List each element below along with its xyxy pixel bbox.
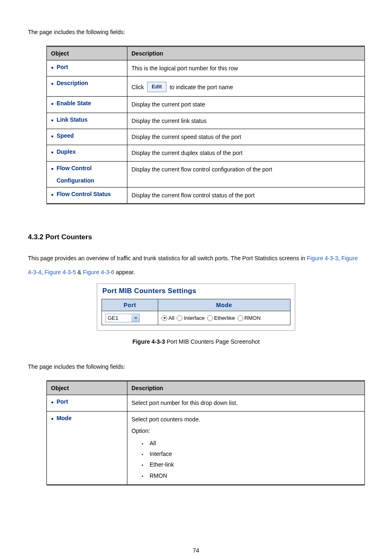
mib-head-mode: Mode: [158, 299, 291, 311]
bullet-icon: ●: [51, 65, 54, 70]
bullet-icon: ●: [51, 118, 54, 123]
radio-icon: [161, 315, 167, 321]
fields-table-1: Object Description ● Port This is the lo…: [46, 46, 365, 204]
obj-port-2: ● Port: [51, 398, 123, 405]
col-description-header: Description: [127, 46, 365, 60]
link-figure-4-3-6[interactable]: Figure 4-3-6: [83, 269, 114, 275]
obj-enable-state-label: Enable State: [57, 100, 91, 106]
radio-all[interactable]: All: [161, 315, 174, 321]
mode-line2: Option:: [131, 426, 360, 435]
desc-link-status: Display the current link status: [127, 113, 365, 129]
obj-port-2-label: Port: [57, 398, 68, 405]
desc-flow-control-config: Display the current flow control configu…: [127, 161, 365, 187]
mode-option-rmon: RMON: [147, 470, 360, 481]
figure-caption-label: Figure 4-3-3: [132, 338, 165, 345]
col-object-header-2: Object: [47, 381, 127, 395]
flowcfg-l2: Configuration: [57, 177, 95, 184]
mode-option-ether-link-label: Ether-link: [150, 461, 174, 468]
desc-description: Click Edit to indicate the port name: [127, 76, 365, 97]
sep1: ,: [338, 255, 341, 261]
obj-duplex: ● Duplex: [51, 148, 123, 155]
obj-speed: ● Speed: [51, 132, 123, 139]
bullet-icon: ●: [51, 400, 54, 405]
para-text-a: This page provides an overview of traffi…: [28, 255, 307, 261]
obj-enable-state: ● Enable State: [51, 100, 123, 106]
flowcfg-l1: Flow Control: [57, 165, 95, 171]
page-number: 74: [28, 547, 364, 554]
mode-line1: Select port counters mode.: [131, 415, 360, 424]
click-text: Click: [131, 83, 144, 92]
obj-flow-control-status: ● Flow Control Status: [51, 191, 123, 197]
bullet-icon: ●: [51, 150, 54, 155]
fields-table-2: Object Description ● Port Select port nu…: [46, 380, 365, 486]
radio-icon: [238, 315, 243, 321]
obj-mode: ● Mode: [51, 415, 123, 421]
port-select-value: GE1: [106, 314, 131, 322]
mode-option-all-label: All: [150, 440, 156, 446]
col-description-header-2: Description: [127, 381, 365, 395]
radio-etherlike-label: Etherlike: [214, 315, 235, 321]
mib-head-port: Port: [102, 299, 158, 311]
radio-etherlike[interactable]: Etherlike: [207, 315, 235, 321]
radio-all-label: All: [168, 315, 174, 321]
mode-option-interface: Interface: [147, 449, 360, 459]
desc-speed: Display the current speed status of the …: [127, 129, 365, 145]
desc-port: This is the logical port number for this…: [127, 60, 365, 76]
obj-link-status-label: Link Status: [57, 116, 88, 123]
intro-text-2: The page includes the following fields:: [28, 363, 364, 370]
col-object-header: Object: [47, 46, 127, 60]
mib-title: Port MIB Counters Settings: [97, 284, 295, 299]
chevron-down-icon: [131, 314, 139, 322]
mode-radio-group: All Interface Etherlike: [161, 315, 287, 321]
obj-mode-label: Mode: [57, 415, 72, 421]
amp: &: [76, 269, 83, 275]
appear-text: appear.: [114, 269, 135, 275]
link-figure-4-3-5[interactable]: Figure 4-3-5: [44, 269, 76, 275]
bullet-icon: ●: [51, 101, 54, 106]
obj-flow-control-config-label: Flow Control Configuration: [57, 165, 95, 184]
radio-interface[interactable]: Interface: [177, 315, 205, 321]
mode-option-rmon-label: RMON: [150, 472, 167, 479]
after-text: to indicate the port name: [170, 83, 233, 92]
mode-option-interface-label: Interface: [150, 451, 172, 457]
section-paragraph: This page provides an overview of traffi…: [28, 252, 364, 279]
radio-icon: [177, 315, 182, 321]
bullet-icon: ●: [51, 192, 54, 197]
desc-mode: Select port counters mode. Option: All I…: [127, 411, 365, 485]
mode-options-list: All Interface Ether-link RMON: [147, 438, 360, 481]
obj-link-status: ● Link Status: [51, 116, 123, 123]
desc-enable-state: Display the current port state: [127, 97, 365, 113]
bullet-icon: ●: [51, 81, 54, 86]
figure-caption: Figure 4-3-3 Port MIB Counters Page Scre…: [28, 338, 364, 345]
mib-panel: Port MIB Counters Settings Port Mode GE1: [97, 283, 295, 331]
radio-rmon-label: RMON: [244, 315, 261, 321]
link-figure-4-3-3[interactable]: Figure 4-3-3: [307, 255, 338, 261]
obj-port: ● Port: [51, 64, 123, 70]
edit-button[interactable]: Edit: [147, 82, 166, 92]
intro-text-1: The page includes the following fields:: [28, 29, 364, 35]
mode-option-all: All: [147, 438, 360, 449]
desc-port-2: Select port number for this drop down li…: [127, 395, 365, 411]
desc-flow-control-status: Display the current flow control status …: [127, 187, 365, 204]
mode-option-ether-link: Ether-link: [147, 459, 360, 470]
obj-duplex-label: Duplex: [57, 148, 76, 155]
bullet-icon: ●: [51, 166, 54, 171]
radio-interface-label: Interface: [184, 315, 205, 321]
radio-rmon[interactable]: RMON: [238, 315, 261, 321]
desc-duplex: Display the current duplex status of the…: [127, 145, 365, 161]
obj-description-label: Description: [57, 80, 88, 86]
obj-flow-control-status-label: Flow Control Status: [57, 191, 111, 197]
obj-flow-control-config: ● Flow Control Configuration: [51, 165, 123, 184]
radio-icon: [207, 315, 213, 321]
obj-port-label: Port: [57, 64, 68, 70]
mib-table: Port Mode GE1: [101, 299, 291, 325]
figure-caption-text: Port MIB Counters Page Screenshot: [165, 338, 260, 345]
obj-speed-label: Speed: [57, 132, 74, 139]
bullet-icon: ●: [51, 134, 54, 139]
obj-description: ● Description: [51, 80, 123, 86]
bullet-icon: ●: [51, 416, 54, 421]
section-heading: 4.3.2 Port Counters: [28, 233, 364, 241]
port-select[interactable]: GE1: [105, 314, 140, 322]
